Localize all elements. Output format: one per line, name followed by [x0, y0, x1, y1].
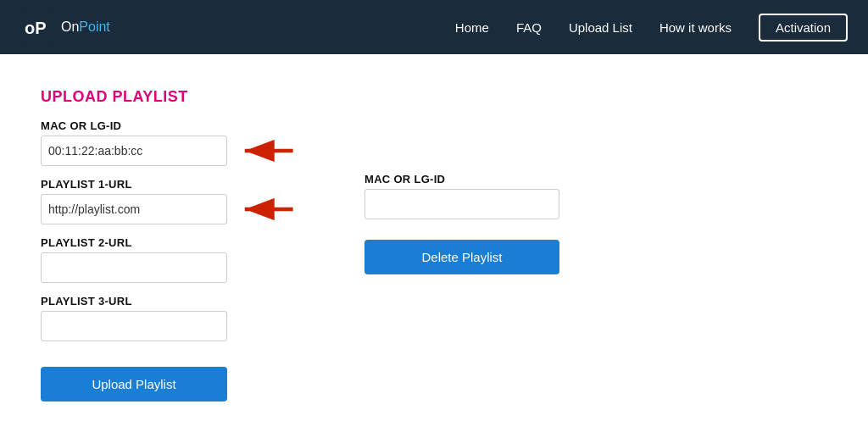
svg-text:oP: oP [25, 19, 47, 37]
section-title: UPLOAD PLAYLIST [41, 88, 297, 106]
brand-icon: oP [20, 10, 54, 44]
brand: oP OnPoint [20, 10, 110, 44]
mac-label: MAC OR LG-ID [41, 119, 297, 132]
arrow-icon [237, 139, 297, 163]
mac-input[interactable] [41, 136, 227, 166]
playlist3-input[interactable] [41, 311, 227, 341]
nav-home[interactable]: Home [455, 20, 489, 35]
playlist2-field-group: PLAYLIST 2-URL [41, 236, 297, 283]
arrow-icon-2 [237, 197, 297, 221]
right-mac-field-row [364, 189, 559, 219]
playlist2-input[interactable] [41, 252, 227, 283]
main-content: UPLOAD PLAYLIST MAC OR LG-ID [0, 54, 868, 435]
playlist3-field-row [41, 311, 297, 341]
navbar: oP OnPoint Home FAQ Upload List How it w… [0, 0, 868, 54]
right-mac-field-group: MAC OR LG-ID [364, 173, 559, 219]
left-form: UPLOAD PLAYLIST MAC OR LG-ID [41, 88, 297, 401]
navbar-links: Home FAQ Upload List How it works Activa… [455, 14, 848, 42]
playlist2-field-row [41, 252, 297, 283]
right-form: MAC OR LG-ID Delete Playlist [364, 173, 559, 274]
playlist1-label: PLAYLIST 1-URL [41, 178, 297, 191]
right-mac-input[interactable] [364, 189, 559, 219]
activation-button[interactable]: Activation [759, 14, 848, 42]
playlist1-field-group: PLAYLIST 1-URL [41, 178, 297, 224]
playlist1-arrow [237, 197, 297, 221]
playlist2-label: PLAYLIST 2-URL [41, 236, 297, 249]
playlist1-input[interactable] [41, 194, 227, 224]
brand-name: OnPoint [61, 19, 110, 35]
nav-upload-list[interactable]: Upload List [569, 20, 632, 35]
nav-how-it-works[interactable]: How it works [659, 20, 732, 35]
playlist1-field-row [41, 194, 297, 224]
mac-arrow [237, 139, 297, 163]
right-mac-label: MAC OR LG-ID [364, 173, 559, 186]
mac-field-group: MAC OR LG-ID [41, 119, 297, 166]
delete-playlist-button[interactable]: Delete Playlist [364, 240, 559, 274]
mac-field-row [41, 136, 297, 166]
playlist3-label: PLAYLIST 3-URL [41, 295, 297, 307]
nav-faq[interactable]: FAQ [516, 20, 542, 35]
playlist3-field-group: PLAYLIST 3-URL [41, 295, 297, 341]
upload-playlist-button[interactable]: Upload Playlist [41, 367, 227, 401]
